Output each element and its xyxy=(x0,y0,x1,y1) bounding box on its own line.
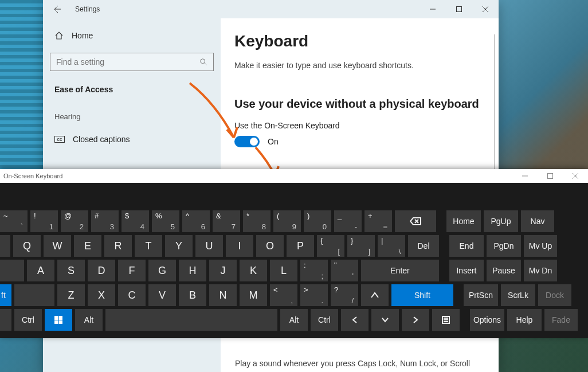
key-w[interactable]: W xyxy=(44,235,71,257)
key-help[interactable]: Help xyxy=(507,309,542,331)
key-8[interactable]: *8 xyxy=(243,210,271,232)
minimize-button[interactable] xyxy=(420,0,446,18)
key-0[interactable]: )0 xyxy=(304,210,331,232)
key-5[interactable]: %5 xyxy=(152,210,179,232)
key-backspace[interactable] xyxy=(395,210,436,232)
key-.[interactable]: >. xyxy=(300,284,328,306)
key-4[interactable]: $4 xyxy=(121,210,149,232)
close-button[interactable] xyxy=(472,0,499,18)
key-alt-left[interactable]: Alt xyxy=(75,309,103,331)
key-=[interactable]: += xyxy=(364,210,392,232)
key-][interactable]: }] xyxy=(347,235,375,257)
key-r[interactable]: R xyxy=(104,235,132,257)
key-shift-left[interactable]: ft xyxy=(0,284,11,306)
key-ctrl-right[interactable]: Ctrl xyxy=(311,309,338,331)
key-,[interactable]: <, xyxy=(270,284,297,306)
sidebar-item-label: Closed captions xyxy=(73,135,130,144)
key-m[interactable]: M xyxy=(240,284,267,306)
key-shift-pad[interactable] xyxy=(14,284,54,306)
key-k[interactable]: K xyxy=(240,260,267,281)
key-alt-right[interactable]: Alt xyxy=(280,309,308,331)
key-6[interactable]: ^6 xyxy=(182,210,210,232)
key-insert[interactable]: Insert xyxy=(449,260,484,281)
back-button[interactable] xyxy=(43,0,70,18)
key-t[interactable]: T xyxy=(135,235,162,257)
key-pgup[interactable]: PgUp xyxy=(484,210,518,232)
osk-minimize-button[interactable] xyxy=(512,169,538,183)
key-d[interactable]: D xyxy=(88,260,115,281)
key-shift-right[interactable]: Shift xyxy=(391,284,453,306)
key-b[interactable]: B xyxy=(179,284,206,306)
key-o[interactable]: O xyxy=(256,235,284,257)
key-u[interactable]: U xyxy=(195,235,223,257)
key-[[interactable]: {[ xyxy=(317,235,344,257)
osk-toggle[interactable] xyxy=(234,136,260,147)
osk-title: On-Screen Keyboard xyxy=(3,173,62,179)
key-p[interactable]: P xyxy=(287,235,314,257)
key-z[interactable]: Z xyxy=(57,284,85,306)
home-label: Home xyxy=(72,31,93,40)
key-tab-edge[interactable] xyxy=(0,235,10,257)
search-input[interactable] xyxy=(56,57,199,66)
key-scrlk[interactable]: ScrLk xyxy=(501,284,535,306)
key-caps-edge[interactable] xyxy=(0,260,24,281)
key-\[interactable]: |\ xyxy=(378,235,405,257)
key-s[interactable]: S xyxy=(57,260,85,281)
content-peek: Use Toggle Keys Play a sound whenever yo… xyxy=(235,339,496,372)
key-up[interactable] xyxy=(361,284,389,306)
key-/[interactable]: ?/ xyxy=(331,284,358,306)
key-`[interactable]: ~` xyxy=(0,210,28,232)
key-e[interactable]: E xyxy=(74,235,101,257)
key-ctrl-left[interactable]: Ctrl xyxy=(14,309,42,331)
key-n[interactable]: N xyxy=(209,284,237,306)
key-mvdn[interactable]: Mv Dn xyxy=(524,260,557,281)
key-mvup[interactable]: Mv Up xyxy=(524,235,557,257)
key-pause[interactable]: Pause xyxy=(487,260,521,281)
key-a[interactable]: A xyxy=(27,260,54,281)
key-options[interactable]: Options xyxy=(470,309,504,331)
key-j[interactable]: J xyxy=(209,260,237,281)
key-q[interactable]: Q xyxy=(13,235,41,257)
key-down[interactable] xyxy=(371,309,399,331)
key-end[interactable]: End xyxy=(449,235,484,257)
key-win[interactable] xyxy=(45,309,72,331)
key--[interactable]: _- xyxy=(334,210,362,232)
key-c[interactable]: C xyxy=(118,284,146,306)
svg-rect-2 xyxy=(457,7,462,12)
key-2[interactable]: @2 xyxy=(61,210,88,232)
search-box[interactable] xyxy=(50,53,214,71)
key-3[interactable]: #3 xyxy=(91,210,119,232)
osk-close-button[interactable] xyxy=(563,169,588,183)
key-1[interactable]: !1 xyxy=(30,210,58,232)
key-;[interactable]: :; xyxy=(300,260,328,281)
key-y[interactable]: Y xyxy=(165,235,193,257)
key-space[interactable] xyxy=(105,309,277,331)
key-nav[interactable]: Nav xyxy=(521,210,554,232)
home-nav[interactable]: Home xyxy=(50,25,221,46)
key-pgdn[interactable]: PgDn xyxy=(487,235,521,257)
svg-rect-8 xyxy=(548,174,553,179)
key-g[interactable]: G xyxy=(148,260,176,281)
key-fade[interactable]: Fade xyxy=(544,309,578,331)
key-prtscn[interactable]: PrtScn xyxy=(464,284,498,306)
key-v[interactable]: V xyxy=(148,284,176,306)
key-fn-edge[interactable] xyxy=(0,309,11,331)
key-enter[interactable]: Enter xyxy=(361,260,439,281)
key-i[interactable]: I xyxy=(226,235,253,257)
key-dock[interactable]: Dock xyxy=(538,284,571,306)
key-l[interactable]: L xyxy=(270,260,297,281)
key-'[interactable]: "' xyxy=(331,260,358,281)
key-right[interactable] xyxy=(402,309,429,331)
key-h[interactable]: H xyxy=(179,260,206,281)
osk-maximize-button[interactable] xyxy=(538,169,563,183)
key-menu[interactable] xyxy=(432,309,460,331)
key-home[interactable]: Home xyxy=(446,210,481,232)
maximize-button[interactable] xyxy=(446,0,472,18)
key-f[interactable]: F xyxy=(118,260,146,281)
key-del[interactable]: Del xyxy=(408,235,439,257)
key-left[interactable] xyxy=(341,309,369,331)
key-9[interactable]: (9 xyxy=(273,210,301,232)
key-x[interactable]: X xyxy=(88,284,115,306)
key-7[interactable]: &7 xyxy=(213,210,240,232)
sidebar-item-closed-captions[interactable]: cc Closed captions xyxy=(50,129,221,150)
